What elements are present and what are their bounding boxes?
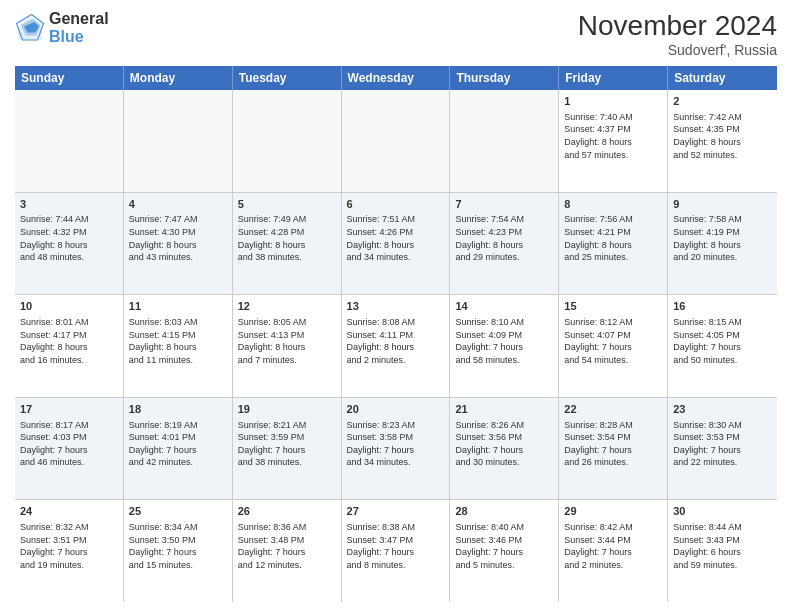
week-row-2: 10Sunrise: 8:01 AM Sunset: 4:17 PM Dayli… bbox=[15, 295, 777, 398]
day-number: 11 bbox=[129, 299, 227, 314]
cal-cell-w2-d5: 15Sunrise: 8:12 AM Sunset: 4:07 PM Dayli… bbox=[559, 295, 668, 397]
cal-cell-w4-d2: 26Sunrise: 8:36 AM Sunset: 3:48 PM Dayli… bbox=[233, 500, 342, 602]
day-info: Sunrise: 8:03 AM Sunset: 4:15 PM Dayligh… bbox=[129, 316, 227, 366]
day-number: 9 bbox=[673, 197, 772, 212]
day-info: Sunrise: 8:44 AM Sunset: 3:43 PM Dayligh… bbox=[673, 521, 772, 571]
cal-cell-w2-d4: 14Sunrise: 8:10 AM Sunset: 4:09 PM Dayli… bbox=[450, 295, 559, 397]
cal-cell-w4-d0: 24Sunrise: 8:32 AM Sunset: 3:51 PM Dayli… bbox=[15, 500, 124, 602]
day-info: Sunrise: 8:01 AM Sunset: 4:17 PM Dayligh… bbox=[20, 316, 118, 366]
day-number: 19 bbox=[238, 402, 336, 417]
col-wednesday: Wednesday bbox=[342, 66, 451, 90]
logo-icon bbox=[15, 13, 45, 43]
day-number: 24 bbox=[20, 504, 118, 519]
day-info: Sunrise: 7:44 AM Sunset: 4:32 PM Dayligh… bbox=[20, 213, 118, 263]
day-info: Sunrise: 8:34 AM Sunset: 3:50 PM Dayligh… bbox=[129, 521, 227, 571]
day-number: 21 bbox=[455, 402, 553, 417]
day-number: 23 bbox=[673, 402, 772, 417]
cal-cell-w1-d1: 4Sunrise: 7:47 AM Sunset: 4:30 PM Daylig… bbox=[124, 193, 233, 295]
cal-cell-w2-d3: 13Sunrise: 8:08 AM Sunset: 4:11 PM Dayli… bbox=[342, 295, 451, 397]
month-title: November 2024 bbox=[578, 10, 777, 42]
col-thursday: Thursday bbox=[450, 66, 559, 90]
cal-cell-w4-d4: 28Sunrise: 8:40 AM Sunset: 3:46 PM Dayli… bbox=[450, 500, 559, 602]
cal-cell-w4-d6: 30Sunrise: 8:44 AM Sunset: 3:43 PM Dayli… bbox=[668, 500, 777, 602]
cal-cell-w3-d5: 22Sunrise: 8:28 AM Sunset: 3:54 PM Dayli… bbox=[559, 398, 668, 500]
day-info: Sunrise: 8:08 AM Sunset: 4:11 PM Dayligh… bbox=[347, 316, 445, 366]
day-info: Sunrise: 8:15 AM Sunset: 4:05 PM Dayligh… bbox=[673, 316, 772, 366]
week-row-1: 3Sunrise: 7:44 AM Sunset: 4:32 PM Daylig… bbox=[15, 193, 777, 296]
cal-cell-w0-d4 bbox=[450, 90, 559, 192]
calendar-header: Sunday Monday Tuesday Wednesday Thursday… bbox=[15, 66, 777, 90]
day-info: Sunrise: 7:56 AM Sunset: 4:21 PM Dayligh… bbox=[564, 213, 662, 263]
cal-cell-w2-d6: 16Sunrise: 8:15 AM Sunset: 4:05 PM Dayli… bbox=[668, 295, 777, 397]
day-number: 27 bbox=[347, 504, 445, 519]
day-number: 15 bbox=[564, 299, 662, 314]
day-number: 30 bbox=[673, 504, 772, 519]
day-number: 8 bbox=[564, 197, 662, 212]
cal-cell-w2-d0: 10Sunrise: 8:01 AM Sunset: 4:17 PM Dayli… bbox=[15, 295, 124, 397]
col-friday: Friday bbox=[559, 66, 668, 90]
day-info: Sunrise: 7:51 AM Sunset: 4:26 PM Dayligh… bbox=[347, 213, 445, 263]
day-info: Sunrise: 8:30 AM Sunset: 3:53 PM Dayligh… bbox=[673, 419, 772, 469]
location: Sudoverf', Russia bbox=[578, 42, 777, 58]
week-row-3: 17Sunrise: 8:17 AM Sunset: 4:03 PM Dayli… bbox=[15, 398, 777, 501]
cal-cell-w2-d1: 11Sunrise: 8:03 AM Sunset: 4:15 PM Dayli… bbox=[124, 295, 233, 397]
day-number: 26 bbox=[238, 504, 336, 519]
day-info: Sunrise: 8:36 AM Sunset: 3:48 PM Dayligh… bbox=[238, 521, 336, 571]
day-number: 28 bbox=[455, 504, 553, 519]
day-number: 20 bbox=[347, 402, 445, 417]
cal-cell-w0-d1 bbox=[124, 90, 233, 192]
day-info: Sunrise: 7:40 AM Sunset: 4:37 PM Dayligh… bbox=[564, 111, 662, 161]
day-info: Sunrise: 7:47 AM Sunset: 4:30 PM Dayligh… bbox=[129, 213, 227, 263]
cal-cell-w0-d5: 1Sunrise: 7:40 AM Sunset: 4:37 PM Daylig… bbox=[559, 90, 668, 192]
day-info: Sunrise: 8:19 AM Sunset: 4:01 PM Dayligh… bbox=[129, 419, 227, 469]
cal-cell-w0-d0 bbox=[15, 90, 124, 192]
day-info: Sunrise: 7:42 AM Sunset: 4:35 PM Dayligh… bbox=[673, 111, 772, 161]
cal-cell-w0-d6: 2Sunrise: 7:42 AM Sunset: 4:35 PM Daylig… bbox=[668, 90, 777, 192]
cal-cell-w1-d3: 6Sunrise: 7:51 AM Sunset: 4:26 PM Daylig… bbox=[342, 193, 451, 295]
week-row-0: 1Sunrise: 7:40 AM Sunset: 4:37 PM Daylig… bbox=[15, 90, 777, 193]
day-info: Sunrise: 7:49 AM Sunset: 4:28 PM Dayligh… bbox=[238, 213, 336, 263]
cal-cell-w0-d2 bbox=[233, 90, 342, 192]
cal-cell-w3-d4: 21Sunrise: 8:26 AM Sunset: 3:56 PM Dayli… bbox=[450, 398, 559, 500]
day-number: 1 bbox=[564, 94, 662, 109]
cal-cell-w4-d5: 29Sunrise: 8:42 AM Sunset: 3:44 PM Dayli… bbox=[559, 500, 668, 602]
day-info: Sunrise: 8:28 AM Sunset: 3:54 PM Dayligh… bbox=[564, 419, 662, 469]
title-block: November 2024 Sudoverf', Russia bbox=[578, 10, 777, 58]
day-info: Sunrise: 8:12 AM Sunset: 4:07 PM Dayligh… bbox=[564, 316, 662, 366]
cal-cell-w3-d3: 20Sunrise: 8:23 AM Sunset: 3:58 PM Dayli… bbox=[342, 398, 451, 500]
cal-cell-w3-d0: 17Sunrise: 8:17 AM Sunset: 4:03 PM Dayli… bbox=[15, 398, 124, 500]
day-number: 16 bbox=[673, 299, 772, 314]
day-info: Sunrise: 8:32 AM Sunset: 3:51 PM Dayligh… bbox=[20, 521, 118, 571]
day-info: Sunrise: 8:17 AM Sunset: 4:03 PM Dayligh… bbox=[20, 419, 118, 469]
day-info: Sunrise: 7:58 AM Sunset: 4:19 PM Dayligh… bbox=[673, 213, 772, 263]
day-info: Sunrise: 8:42 AM Sunset: 3:44 PM Dayligh… bbox=[564, 521, 662, 571]
cal-cell-w1-d6: 9Sunrise: 7:58 AM Sunset: 4:19 PM Daylig… bbox=[668, 193, 777, 295]
cal-cell-w1-d0: 3Sunrise: 7:44 AM Sunset: 4:32 PM Daylig… bbox=[15, 193, 124, 295]
col-tuesday: Tuesday bbox=[233, 66, 342, 90]
cal-cell-w3-d6: 23Sunrise: 8:30 AM Sunset: 3:53 PM Dayli… bbox=[668, 398, 777, 500]
cal-cell-w3-d2: 19Sunrise: 8:21 AM Sunset: 3:59 PM Dayli… bbox=[233, 398, 342, 500]
col-saturday: Saturday bbox=[668, 66, 777, 90]
day-number: 4 bbox=[129, 197, 227, 212]
day-number: 5 bbox=[238, 197, 336, 212]
cal-cell-w4-d3: 27Sunrise: 8:38 AM Sunset: 3:47 PM Dayli… bbox=[342, 500, 451, 602]
day-number: 10 bbox=[20, 299, 118, 314]
cal-cell-w0-d3 bbox=[342, 90, 451, 192]
cal-cell-w1-d4: 7Sunrise: 7:54 AM Sunset: 4:23 PM Daylig… bbox=[450, 193, 559, 295]
col-monday: Monday bbox=[124, 66, 233, 90]
day-number: 2 bbox=[673, 94, 772, 109]
day-number: 3 bbox=[20, 197, 118, 212]
cal-cell-w1-d2: 5Sunrise: 7:49 AM Sunset: 4:28 PM Daylig… bbox=[233, 193, 342, 295]
calendar-body: 1Sunrise: 7:40 AM Sunset: 4:37 PM Daylig… bbox=[15, 90, 777, 602]
day-info: Sunrise: 8:10 AM Sunset: 4:09 PM Dayligh… bbox=[455, 316, 553, 366]
cal-cell-w4-d1: 25Sunrise: 8:34 AM Sunset: 3:50 PM Dayli… bbox=[124, 500, 233, 602]
day-info: Sunrise: 8:05 AM Sunset: 4:13 PM Dayligh… bbox=[238, 316, 336, 366]
day-info: Sunrise: 8:26 AM Sunset: 3:56 PM Dayligh… bbox=[455, 419, 553, 469]
cal-cell-w3-d1: 18Sunrise: 8:19 AM Sunset: 4:01 PM Dayli… bbox=[124, 398, 233, 500]
calendar: Sunday Monday Tuesday Wednesday Thursday… bbox=[15, 66, 777, 602]
day-number: 7 bbox=[455, 197, 553, 212]
week-row-4: 24Sunrise: 8:32 AM Sunset: 3:51 PM Dayli… bbox=[15, 500, 777, 602]
day-number: 13 bbox=[347, 299, 445, 314]
day-info: Sunrise: 8:40 AM Sunset: 3:46 PM Dayligh… bbox=[455, 521, 553, 571]
logo-text: General Blue bbox=[49, 10, 109, 45]
